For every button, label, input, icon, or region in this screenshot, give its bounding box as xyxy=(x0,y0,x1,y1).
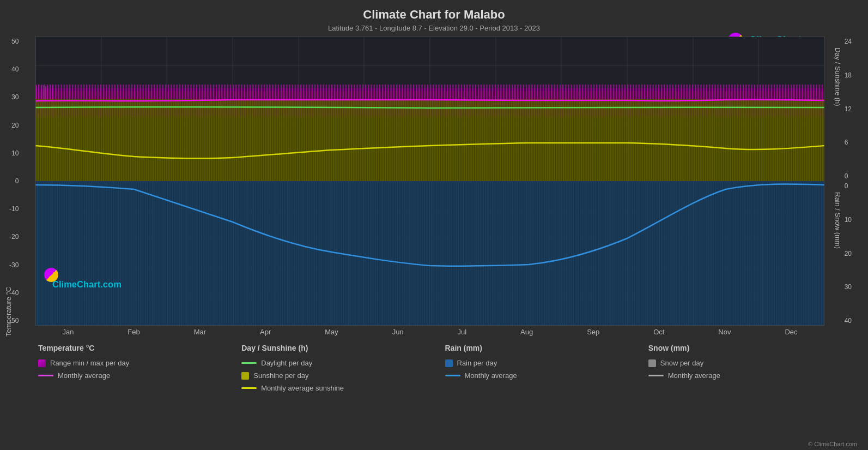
legend-title-sunshine: Day / Sunshine (h) xyxy=(241,344,434,352)
legend-section: Temperature °C Range min / max per day M… xyxy=(0,336,868,392)
legend-bar-sunshine xyxy=(241,372,249,380)
legend-label-temp-range: Range min / max per day xyxy=(50,359,129,367)
legend-title-snow: Snow (mm) xyxy=(648,344,841,352)
legend-item-sunshine-bar: Sunshine per day xyxy=(241,371,434,380)
legend-line-temp-avg xyxy=(38,375,53,376)
legend-bar-snow xyxy=(648,359,656,367)
legend-item-snow-bar: Snow per day xyxy=(648,359,841,367)
legend-item-snow-avg: Monthly average xyxy=(648,371,841,380)
logo-circle-bottom xyxy=(44,268,58,282)
legend-item-sunshine-avg: Monthly average sunshine xyxy=(241,384,434,392)
chart-container: 50 40 30 20 10 0 -10 -20 -30 -40 -50 24 … xyxy=(35,37,824,326)
chart-title: Climate Chart for Malabo xyxy=(0,0,868,22)
legend-line-sunshine-avg xyxy=(241,387,257,389)
svg-rect-51 xyxy=(35,99,824,181)
legend-bar-temp-range xyxy=(38,359,46,367)
legend-label-sunshine-avg: Monthly average sunshine xyxy=(261,384,344,392)
logo-bottom-left xyxy=(44,268,62,282)
svg-text:ClimeChart.com: ClimeChart.com xyxy=(52,279,122,289)
legend-item-rain-bar: Rain per day xyxy=(445,359,638,367)
x-axis-labels: Jan Feb Mar Apr May Jun Jul Aug Sep Oct … xyxy=(35,328,824,336)
svg-rect-52 xyxy=(35,181,824,326)
page-wrapper: Climate Chart for Malabo Latitude 3.761 … xyxy=(0,0,868,450)
legend-label-snow-avg: Monthly average xyxy=(668,371,720,380)
legend-label-rain-avg: Monthly average xyxy=(465,371,517,380)
legend-label-snow-bar: Snow per day xyxy=(660,359,704,367)
y-axis-right-sunshine-ticks: 24 18 12 6 0 xyxy=(845,37,852,181)
legend-item-temp-range: Range min / max per day xyxy=(38,359,230,367)
legend-item-daylight: Daylight per day xyxy=(241,359,434,367)
legend-item-rain-avg: Monthly average xyxy=(445,371,638,380)
legend-item-temp-avg: Monthly average xyxy=(38,371,230,380)
legend-label-sunshine-bar: Sunshine per day xyxy=(253,371,308,380)
legend-line-rain-avg xyxy=(445,375,460,376)
legend-col-rain: Rain (mm) Rain per day Monthly average xyxy=(440,344,643,392)
y-axis-right-rain-ticks: 0 10 20 30 40 xyxy=(845,181,852,326)
legend-label-rain-bar: Rain per day xyxy=(457,359,497,367)
legend-label-daylight: Daylight per day xyxy=(261,359,312,367)
legend-title-temperature: Temperature °C xyxy=(38,344,230,352)
legend-label-temp-avg: Monthly average xyxy=(58,371,110,380)
legend-col-temperature: Temperature °C Range min / max per day M… xyxy=(33,344,236,392)
main-chart-svg: ClimeChart.com xyxy=(35,37,824,326)
legend-line-daylight xyxy=(241,362,257,364)
legend-col-sunshine: Day / Sunshine (h) Daylight per day Suns… xyxy=(236,344,439,392)
legend-col-snow: Snow (mm) Snow per day Monthly average xyxy=(643,344,846,392)
y-axis-right-rain-label: Rain / Snow (mm) xyxy=(834,192,842,337)
legend-bar-rain xyxy=(445,359,453,367)
y-axis-left-ticks: 50 40 30 20 10 0 -10 -20 -30 -40 -50 xyxy=(9,37,19,326)
legend-line-snow-avg xyxy=(648,375,664,376)
chart-subtitle: Latitude 3.761 - Longitude 8.7 - Elevati… xyxy=(0,22,868,32)
copyright: © ClimeChart.com xyxy=(808,441,857,447)
legend-title-rain: Rain (mm) xyxy=(445,344,638,352)
y-axis-right-day-label: Day / Sunshine (h) xyxy=(834,47,842,192)
